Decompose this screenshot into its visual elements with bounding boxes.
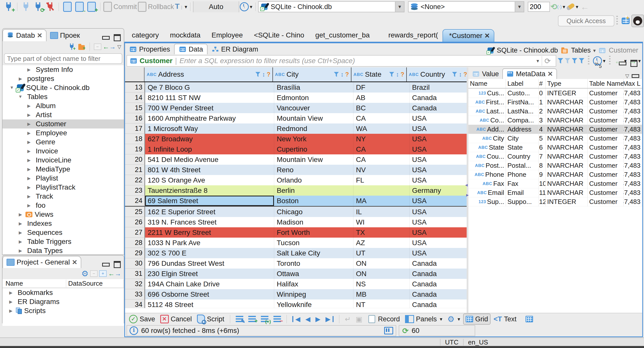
tree-item[interactable]: ▶ Genre	[3, 138, 124, 147]
tree-item[interactable]: ▼ Tables	[3, 92, 124, 101]
table-row[interactable]: 28 1033 N Park Ave Tucson AZ USA 85	[125, 238, 467, 248]
cell-state[interactable]: IL	[353, 207, 410, 217]
fetch-size-input[interactable]	[528, 2, 550, 12]
cell-state[interactable]: BC	[353, 103, 410, 113]
cell-country[interactable]: USA	[410, 175, 467, 185]
cell-address[interactable]: 796 Dundas Street West	[145, 258, 274, 269]
dbeaver-perspective-icon[interactable]	[631, 15, 644, 27]
tree-item[interactable]: ▶ Employee	[3, 128, 124, 138]
tab-project-general[interactable]: Project - General ✕	[3, 256, 81, 268]
meta-table[interactable]: Customer	[588, 161, 624, 170]
meta-label[interactable]: LastNa...	[506, 107, 539, 116]
cell-address[interactable]: 194A Chain Lake Drive	[145, 279, 274, 289]
filter-icon[interactable]	[255, 72, 260, 77]
expand-arrow-icon[interactable]: ▶	[8, 299, 14, 304]
metadata-row[interactable]: 123Cus... Custo... 0 INTEGER Customer 2,…	[468, 89, 642, 98]
cell-country[interactable]: USA	[410, 217, 467, 227]
row-number[interactable]: 14	[125, 93, 145, 103]
record-mode-button[interactable]: Record	[366, 314, 402, 324]
tab-er-diagram[interactable]: ER Diagram	[208, 44, 262, 54]
refresh-icon[interactable]: ⟳	[542, 56, 553, 66]
row-number[interactable]: 17	[125, 123, 145, 134]
meta-name[interactable]: 123Cus...	[468, 89, 506, 98]
panel-divider[interactable]	[467, 67, 468, 313]
toggle-panel-button[interactable]	[524, 314, 535, 324]
metadata-row[interactable]: ABCEmail Email 11 NVARCHAR Customer 2,14…	[468, 188, 642, 197]
meta-max-length[interactable]: 2,147,483	[624, 152, 642, 161]
row-number[interactable]: 24	[125, 196, 145, 206]
tree-item[interactable]: ▶ Playlist	[3, 174, 124, 183]
meta-max-length[interactable]: 2,147,483	[624, 188, 642, 197]
table-row[interactable]: 31 230 Elgin Street Ottawa ON Canada K2	[125, 269, 467, 279]
meta-label[interactable]: Custo...	[506, 89, 539, 98]
metadata-row[interactable]: ABCPhone Phone 9 NVARCHAR Customer 2,147…	[468, 170, 642, 179]
tree-item[interactable]: ▶ Sequences	[3, 228, 124, 237]
cell-state[interactable]: CA	[353, 113, 410, 123]
meta-max-length[interactable]: 2,147,483	[624, 134, 642, 143]
cell-country[interactable]: Canada	[410, 103, 467, 113]
cell-state[interactable]: CA	[353, 154, 410, 165]
disconnect-icon[interactable]	[45, 1, 56, 13]
cell-city[interactable]: Mountain View	[274, 113, 353, 123]
table-row[interactable]: 32 194A Chain Lake Drive Halifax NS Cana…	[125, 279, 467, 289]
cell-city[interactable]: Boston	[274, 196, 353, 206]
cell-address[interactable]: 1033 N Park Ave	[145, 238, 274, 248]
tree-item[interactable]: ▶ InvoiceLine	[3, 156, 124, 165]
sort-icon[interactable]: ↕	[262, 71, 265, 78]
cell-city[interactable]: Reno	[274, 165, 353, 175]
table-row[interactable]: 26 319 N. Frances Street Madison WI USA …	[125, 217, 467, 227]
meta-number[interactable]: 12	[539, 197, 546, 206]
cell-country[interactable]: USA	[410, 113, 467, 123]
cell-state[interactable]: AZ	[353, 238, 410, 248]
meta-max-length[interactable]: 2,147,483	[624, 116, 642, 125]
cell-city[interactable]: Madison	[274, 217, 353, 227]
tree-item[interactable]: ▶ Customer	[3, 119, 124, 128]
metadata-row[interactable]: ABCCo... Compa... 3 NVARCHAR Customer 2,…	[468, 116, 642, 125]
grid-view-button[interactable]: Grid	[463, 314, 491, 325]
table-row[interactable]: 27 2211 W Berry Street Fort Worth TX USA…	[125, 227, 467, 238]
expand-arrow-icon[interactable]: ▶	[18, 76, 23, 81]
tab-metadata[interactable]: MetaData ✕	[502, 68, 557, 79]
cell-country[interactable]: Germany	[410, 185, 467, 196]
cell-address[interactable]: 8210 111 ST NW	[145, 93, 274, 103]
row-number[interactable]: 19	[125, 144, 145, 154]
table-row[interactable]: 24 69 Salem Street Boston MA USA 21	[125, 196, 467, 207]
meta-name[interactable]: ABCCity	[468, 134, 506, 143]
meta-name[interactable]: ABCState	[468, 143, 506, 152]
new-folder-icon[interactable]: +	[78, 45, 85, 50]
cell-country[interactable]: USA	[410, 165, 467, 175]
cell-state[interactable]: WA	[353, 123, 410, 134]
fetch-next-icon[interactable]: →	[628, 56, 641, 66]
view-menu-icon[interactable]: ▽	[625, 73, 629, 79]
cell-city[interactable]: Tucson	[274, 238, 353, 248]
cell-address[interactable]: 801 W 4th Street	[145, 165, 274, 175]
cell-state[interactable]: WI	[353, 217, 410, 227]
duplicate-row-button[interactable]: (+)	[259, 314, 270, 324]
column-label[interactable]: Label	[506, 79, 539, 88]
transaction-history-icon[interactable]	[240, 1, 252, 13]
meta-name[interactable]: ABCAdd...	[468, 125, 506, 134]
filter-table-name[interactable]: Customer	[130, 57, 173, 65]
meta-table[interactable]: Customer	[588, 179, 624, 188]
meta-name[interactable]: ABCFirst...	[468, 98, 506, 107]
meta-number[interactable]: 8	[539, 161, 546, 170]
cell-state[interactable]: NV	[353, 165, 410, 175]
row-number[interactable]: 26	[125, 217, 145, 227]
new-sql-editor-icon[interactable]: +	[86, 1, 97, 13]
cell-country[interactable]: USA	[410, 238, 467, 248]
expand-arrow-icon[interactable]: ▶	[26, 103, 32, 109]
cell-country[interactable]: Canada	[410, 258, 467, 269]
meta-table[interactable]: Customer	[588, 89, 624, 98]
meta-name[interactable]: ABCPost...	[468, 161, 506, 170]
meta-number[interactable]: 3	[539, 116, 546, 125]
filter-history-icon[interactable]: ▾	[537, 58, 539, 64]
row-number[interactable]: 27	[125, 227, 145, 238]
fetch-previous-icon[interactable]: ←	[614, 56, 627, 66]
expand-arrow-icon[interactable]: ▶	[26, 176, 32, 181]
table-row[interactable]: 19 1 Infinite Loop Cupertino CA USA 95	[125, 144, 467, 154]
rollback-button[interactable]: Rollback	[138, 1, 174, 13]
row-number[interactable]: 23	[125, 185, 145, 196]
commit-button[interactable]: Commit	[103, 1, 137, 13]
connect-icon[interactable]	[20, 1, 31, 13]
link-with-editor-icon[interactable]: ←→	[108, 270, 121, 278]
